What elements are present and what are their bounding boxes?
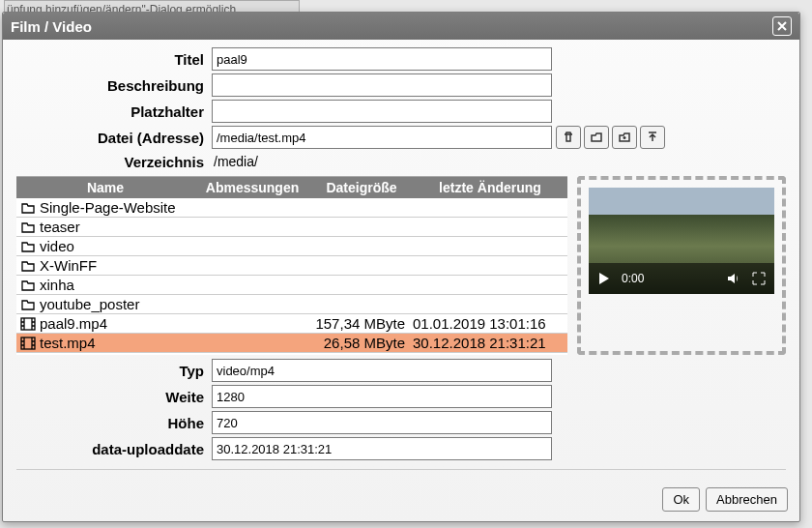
fullscreen-icon[interactable] [751, 271, 767, 286]
file-row[interactable]: Single-Page-Website [16, 198, 567, 218]
dialog-close-button[interactable] [772, 16, 792, 36]
video-controls: 0:00 [589, 263, 774, 294]
input-datei-adresse[interactable] [212, 126, 552, 149]
col-dim[interactable]: Abmessungen [194, 177, 310, 198]
video-preview[interactable]: 0:00 [589, 188, 774, 294]
input-beschreibung[interactable] [212, 73, 552, 97]
file-row[interactable]: test.mp426,58 MByte30.12.2018 21:31:21 [16, 334, 567, 353]
video-file-icon [16, 316, 40, 332]
folder-icon [16, 297, 40, 312]
col-size[interactable]: Dateigröße [310, 177, 413, 198]
open-folder-button[interactable] [584, 126, 609, 149]
video-time: 0:00 [622, 272, 716, 285]
file-size: 157,34 MByte [297, 315, 411, 332]
svg-rect-0 [21, 318, 35, 330]
delete-file-button[interactable] [556, 126, 581, 149]
input-typ[interactable] [212, 359, 552, 382]
file-list-header: Name Abmessungen Dateigröße letzte Änder… [16, 177, 567, 198]
input-titel[interactable] [212, 47, 552, 71]
file-name: video [40, 238, 297, 254]
label-typ: Typ [16, 363, 212, 379]
file-name: test.mp4 [40, 335, 297, 351]
svg-rect-1 [21, 337, 35, 349]
label-platzhalter: Platzhalter [16, 103, 212, 120]
upload-icon [646, 131, 659, 144]
file-row[interactable]: video [16, 237, 567, 256]
value-verzeichnis: /media/ [212, 152, 260, 171]
folder-icon [16, 278, 40, 293]
folder-open-icon [590, 131, 603, 144]
dialog-film-video: Film / Video Titel Beschreibung Platzhal… [2, 12, 800, 522]
input-hoehe[interactable] [212, 411, 552, 434]
file-row[interactable]: X-WinFF [16, 256, 567, 276]
file-row[interactable]: paal9.mp4157,34 MByte01.01.2019 13:01:16 [16, 314, 567, 334]
col-mod[interactable]: letzte Änderung [413, 177, 567, 198]
folder-icon [16, 258, 40, 274]
label-uploaddate: data-uploaddate [16, 441, 212, 457]
file-modified: 01.01.2019 13:01:16 [411, 315, 567, 332]
file-name: X-WinFF [40, 257, 297, 274]
label-weite: Weite [16, 389, 212, 405]
file-name: test.webm [40, 354, 297, 355]
file-name: paal9.mp4 [40, 315, 297, 332]
label-beschreibung: Beschreibung [16, 77, 212, 94]
volume-icon[interactable] [726, 271, 741, 286]
label-datei: Datei (Adresse) [16, 130, 212, 146]
play-icon[interactable] [596, 271, 612, 286]
file-row[interactable]: test.webm2,83 MByte30.12.2018 21:31:21 [16, 353, 567, 355]
file-row[interactable]: youtube_poster [16, 295, 567, 314]
folder-icon [16, 239, 40, 254]
file-size: 2,83 MByte [297, 354, 411, 355]
label-verzeichnis: Verzeichnis [16, 154, 212, 170]
preview-dropzone[interactable]: 0:00 [577, 176, 786, 355]
input-uploaddate[interactable] [212, 437, 552, 460]
trash-icon [562, 131, 575, 144]
new-folder-button[interactable] [612, 126, 637, 149]
ok-button[interactable]: Ok [662, 487, 700, 512]
dialog-title: Film / Video [11, 18, 92, 35]
input-weite[interactable] [212, 385, 552, 408]
upload-button[interactable] [640, 126, 665, 149]
folder-icon [16, 200, 40, 216]
file-name: teaser [40, 219, 297, 235]
cancel-button[interactable]: Abbrechen [706, 487, 788, 512]
file-modified: 30.12.2018 21:31:21 [411, 335, 567, 351]
folder-icon [16, 220, 40, 235]
file-name: youtube_poster [40, 296, 297, 312]
file-modified: 30.12.2018 21:31:21 [411, 354, 567, 355]
file-row[interactable]: teaser [16, 218, 567, 237]
label-titel: Titel [16, 51, 212, 68]
folder-plus-icon [618, 131, 631, 144]
video-file-icon [16, 355, 40, 356]
video-file-icon [16, 336, 40, 351]
close-icon [776, 20, 788, 32]
file-list: Name Abmessungen Dateigröße letzte Änder… [16, 176, 567, 355]
file-name: xinha [40, 277, 297, 293]
file-row[interactable]: xinha [16, 276, 567, 295]
file-size: 26,58 MByte [297, 335, 411, 351]
dialog-titlebar: Film / Video [3, 13, 799, 40]
separator [16, 469, 786, 470]
col-name[interactable]: Name [16, 177, 194, 198]
label-hoehe: Höhe [16, 415, 212, 431]
input-platzhalter[interactable] [212, 100, 552, 123]
file-name: Single-Page-Website [40, 199, 297, 216]
